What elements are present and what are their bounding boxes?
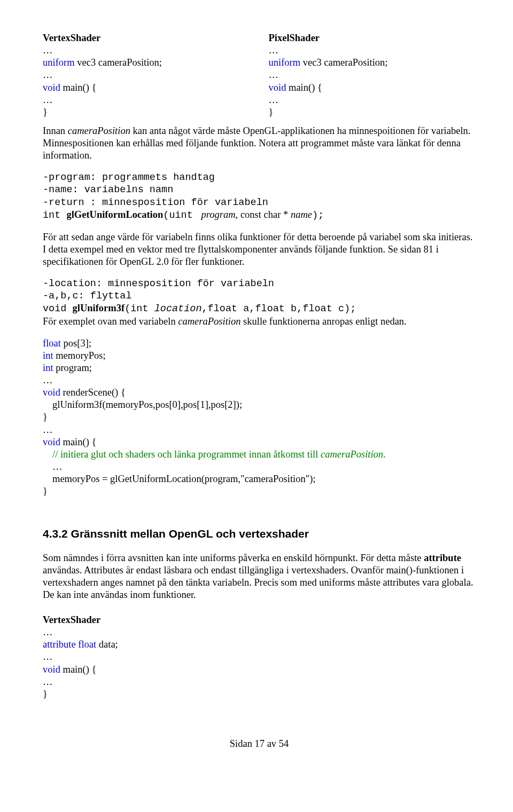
fn-name: glUniform3f [73, 303, 125, 313]
signature-glUniform3f: -location: minnesposition för variabeln … [43, 278, 476, 328]
code-line: … [43, 374, 476, 387]
keyword-void: void [43, 437, 60, 447]
heading-432: 4.3.2 Gränssnitt mellan OpenGL och verte… [43, 527, 476, 541]
doc-line: -a,b,c: flyttal [43, 290, 476, 302]
keyword-float: float [43, 338, 61, 349]
code-line: … [269, 69, 476, 81]
paragraph-3: För exemplet ovan med variabeln cameraPo… [43, 316, 476, 328]
fn-name: glGetUniformLocation [66, 209, 163, 220]
keyword-attribute-text: attribute [424, 553, 461, 563]
vertex-shader-col: VertexShader … uniform vec3 cameraPositi… [43, 32, 250, 119]
var-cameraPosition: cameraPosition [178, 316, 240, 327]
code-line: } [43, 411, 476, 423]
fn-signature: int glGetUniformLocation(uint program, c… [43, 209, 476, 222]
pixel-shader-col: PixelShader … uniform vec3 cameraPositio… [269, 32, 476, 119]
code-line: … [43, 676, 476, 688]
code-line: uniform vec3 cameraPosition; [269, 57, 476, 69]
keyword-attribute: attribute [43, 639, 76, 650]
code-line: void main() { [43, 436, 476, 448]
keyword-void: void [43, 82, 60, 93]
code-line: glUniform3f(memoryPos,pos[0],pos[1],pos[… [43, 399, 476, 411]
vs-title: VertexShader [43, 32, 250, 44]
code-line: } [43, 106, 250, 119]
keyword-void: void [269, 82, 286, 93]
page-footer: Sidan 17 av 54 [43, 738, 476, 750]
keyword-uniform: uniform [269, 57, 301, 68]
code-line: void main() { [43, 82, 250, 94]
keyword-float: float [76, 639, 99, 650]
code-line: } [43, 485, 476, 498]
keyword-uniform: uniform [43, 57, 75, 68]
keyword-int: int [43, 350, 53, 361]
doc-line: -return : minnesposition för variabeln [43, 196, 476, 209]
vs2-title: VertexShader [43, 614, 476, 626]
doc-line: -program: programmets handtag [43, 171, 476, 184]
code-line: … [269, 94, 476, 106]
code-line: } [43, 688, 476, 700]
code-line: void renderScene() { [43, 387, 476, 399]
code-line: … [43, 44, 250, 57]
code-line: memoryPos = glGetUniformLocation(program… [43, 473, 476, 485]
code-line: … [43, 651, 476, 663]
code-line: int program; [43, 362, 476, 374]
code-line: void main() { [43, 664, 476, 676]
code-line: int memoryPos; [43, 350, 476, 362]
var-cameraPosition: cameraPosition [68, 125, 130, 136]
paragraph-2: För att sedan ange värde för variabeln f… [43, 231, 476, 268]
keyword-void: void [43, 664, 60, 675]
doc-line: -name: variabelns namn [43, 184, 476, 196]
paragraph-4: Som nämndes i förra avsnitten kan inte u… [43, 552, 476, 602]
ps-title: PixelShader [269, 32, 476, 44]
vertex-shader-2: VertexShader … attribute float data; … v… [43, 614, 476, 700]
code-line: … [43, 461, 476, 473]
paragraph-1: Innan cameraPosition kan anta något värd… [43, 125, 476, 162]
code-line: uniform vec3 cameraPosition; [43, 57, 250, 69]
keyword-void: void [43, 387, 60, 398]
code-line: … [43, 626, 476, 638]
code-line: void main() { [269, 82, 476, 94]
code-line: } [269, 106, 476, 119]
host-code: float pos[3]; int memoryPos; int program… [43, 337, 476, 498]
code-line: float pos[3]; [43, 337, 476, 350]
code-line: … [269, 44, 476, 57]
code-line: … [43, 94, 250, 106]
keyword-int: int [43, 362, 53, 373]
code-comment: // initiera glut och shaders och länka p… [43, 448, 476, 461]
code-line: … [43, 69, 250, 81]
fn-signature: void glUniform3f(int location,float a,fl… [43, 302, 476, 315]
signature-glGetUniformLocation: -program: programmets handtag -name: var… [43, 171, 476, 222]
doc-line: -location: minnesposition för variabeln [43, 278, 476, 290]
code-line: attribute float data; [43, 638, 476, 651]
shader-columns: VertexShader … uniform vec3 cameraPositi… [43, 32, 476, 119]
code-line: … [43, 424, 476, 436]
